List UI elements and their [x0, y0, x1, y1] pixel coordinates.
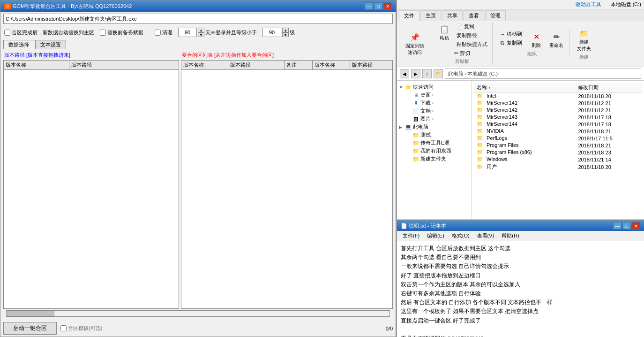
menu-file[interactable]: 文件(F): [399, 231, 423, 240]
horizontal-scrollbar[interactable]: [6, 310, 390, 317]
cut-button[interactable]: ✂ 剪切: [452, 49, 472, 57]
level-spin-down[interactable]: ▼: [282, 32, 289, 37]
pin-button[interactable]: 📌 固定到快速访问: [403, 31, 427, 57]
clean-label: 清理: [162, 29, 172, 36]
notepad-menu: 文件(F) 编辑(E) 格式(O) 查看(V) 帮助(H): [397, 231, 644, 241]
ribbon-toolbar: 📌 固定到快速访问 📋 粘贴 📄 复制: [397, 21, 644, 67]
menu-edit[interactable]: 编辑(E): [423, 231, 448, 240]
col-note: 备注: [285, 61, 313, 69]
merge-list-body[interactable]: [181, 70, 392, 307]
table-row[interactable]: 📁 Program Files (x86) 2018/11/18 23: [474, 149, 642, 156]
auto-replace-checkbox[interactable]: [4, 30, 10, 36]
notepad-close[interactable]: ✕: [632, 222, 640, 230]
clean-checkbox[interactable]: [155, 30, 161, 36]
close-button[interactable]: ✕: [383, 2, 392, 10]
tree-item-quick-access[interactable]: ▼ ⭐ 快速访问: [397, 83, 472, 91]
ribbon-tab-view[interactable]: 查看: [464, 10, 484, 21]
tree-item-downloads[interactable]: ⬇ 下载 »: [397, 99, 472, 107]
template-option[interactable]: 合区模板(可选): [60, 325, 102, 332]
ribbon-tab-share[interactable]: 共享: [442, 10, 463, 21]
table-row[interactable]: 📁 Intel 2018/11/18 20: [474, 92, 642, 100]
days-spinner-buttons: ▲ ▼: [198, 28, 204, 37]
tree-item-pictures[interactable]: 🖼 图片 »: [397, 115, 472, 123]
ribbon-tab-manage[interactable]: 管理: [485, 10, 506, 21]
notepad-maximize[interactable]: □: [622, 222, 631, 230]
forward-button[interactable]: ▶: [411, 69, 420, 78]
table-row[interactable]: 📁 用户 2018/11/18 20: [474, 163, 642, 171]
maximize-button[interactable]: □: [374, 2, 382, 10]
copy-path-button[interactable]: 复制路径: [455, 31, 489, 39]
table-row[interactable]: 📁 MirServer141 2018/11/12 21: [474, 100, 642, 107]
tree-item-my-stuff[interactable]: 📁 我的有用东西: [397, 147, 472, 155]
tree-item-this-pc[interactable]: ▶ 💻 此电脑: [397, 123, 472, 131]
notepad-content[interactable]: 首先打开工具 合区后放数据到主区 这个勾选其余两个勾选 看自己要不要用到一般来说…: [397, 241, 644, 337]
level-spin-up[interactable]: ▲: [282, 28, 289, 32]
pin-group: 📌 固定到快速访问: [400, 31, 430, 57]
col-name-header[interactable]: 名称 ↑: [474, 83, 575, 92]
folder-icon: 📁: [477, 128, 483, 134]
table-row[interactable]: 📁 Windows 2018/11/21 14: [474, 156, 642, 163]
table-row[interactable]: 📁 PerfLogs 2018/1/17 11:5: [474, 135, 642, 142]
clean-option[interactable]: 清理: [155, 29, 172, 36]
file-date-cell: 2018/11/18 21: [575, 128, 642, 135]
new-folder-button[interactable]: 📁 新建文件夹: [574, 27, 594, 53]
tree-pane[interactable]: ▼ ⭐ 快速访问 🖥 桌面 » ⬇ 下载 » 📄 文档 »: [397, 81, 472, 219]
folder-icon: 📁: [477, 149, 483, 155]
files-pane[interactable]: 名称 ↑ 修改日期 📁 Intel 2018/11/18 20 📁 MirSer…: [472, 81, 644, 219]
copy-button[interactable]: 📄 复制: [455, 23, 489, 31]
backup-option[interactable]: 替换前备份赋据: [100, 29, 143, 36]
version-list-body[interactable]: [4, 70, 179, 307]
table-row[interactable]: 📁 MirServer143 2018/11/17 18: [474, 114, 642, 121]
paste-shortcut-button[interactable]: 粘贴快捷方式: [455, 40, 489, 48]
paste-button[interactable]: 📋 粘贴: [435, 23, 454, 48]
tree-item-new-folder[interactable]: 📁 新建文件夹: [397, 155, 472, 163]
back-button[interactable]: ◀: [400, 69, 409, 78]
rename-button[interactable]: ✏ 重命名: [547, 30, 566, 50]
backup-checkbox[interactable]: [100, 30, 106, 36]
notepad-line: 工具由左晓域制作 QQ1276062642: [401, 334, 640, 337]
up-button[interactable]: ↑: [422, 69, 432, 78]
level-spinner[interactable]: [262, 28, 281, 37]
address-path-display[interactable]: 此电脑 › 本地磁盘 (C:): [445, 69, 641, 79]
table-row[interactable]: 📁 MirServer142 2018/11/12 21: [474, 107, 642, 114]
paste-shortcut-label: 粘贴快捷方式: [457, 41, 487, 48]
menu-format[interactable]: 格式(O): [448, 231, 473, 240]
notepad-minimize[interactable]: —: [613, 222, 622, 230]
col-date-header[interactable]: 修改日期: [575, 83, 642, 92]
delete-button[interactable]: ✕ 删除: [527, 30, 546, 50]
tab-data-select[interactable]: 数据选择: [3, 40, 34, 49]
menu-help[interactable]: 帮助(H): [498, 231, 523, 240]
move-to-button[interactable]: → 移动到: [497, 30, 524, 38]
table-row[interactable]: 📁 NVIDIA 2018/11/18 21: [474, 128, 642, 135]
tree-item-legend-tools[interactable]: 📁 传奇工具E源: [397, 139, 472, 147]
notepad-line: 这里有一个模板例子 如果不需要合区文本 把清空选择点: [401, 307, 640, 316]
copy-to-button[interactable]: ⧉ 复制到: [497, 39, 524, 47]
version-list-table[interactable]: 版本名称 版本路径: [3, 60, 179, 309]
files-table-body: 📁 Intel 2018/11/18 20 📁 MirServer141 201…: [474, 92, 642, 171]
folder-icon: 📁: [477, 93, 483, 99]
exe-path-input[interactable]: [3, 14, 393, 24]
address-bar: ◀ ▶ ↑ 📁 此电脑 › 本地磁盘 (C:): [397, 67, 644, 81]
minimize-button[interactable]: —: [365, 2, 373, 10]
tab-text-settings[interactable]: 文本设置: [35, 40, 66, 49]
table-row[interactable]: 📁 Program Files 2018/11/18 21: [474, 142, 642, 149]
menu-view[interactable]: 查看(V): [473, 231, 498, 240]
level-spinner-buttons: ▲ ▼: [282, 28, 289, 37]
scroll-thumb[interactable]: [7, 311, 54, 316]
days-spin-up[interactable]: ▲: [198, 28, 204, 32]
auto-replace-option[interactable]: 合区完成后，新数据自动替换到主区: [4, 29, 94, 36]
ribbon-tab-file[interactable]: 文件: [399, 10, 419, 21]
tree-item-documents[interactable]: 📄 文档 »: [397, 107, 472, 115]
file-name-cell: 📁 Program Files: [474, 142, 575, 149]
template-checkbox[interactable]: [60, 325, 67, 331]
col-version-path: 版本路径: [69, 61, 179, 69]
table-row[interactable]: 📁 MirServer144 2018/11/17 18: [474, 121, 642, 128]
copy-to-icon: ⧉: [499, 40, 506, 46]
days-spinner[interactable]: [178, 28, 197, 37]
start-merge-button[interactable]: 启动一键合区: [3, 322, 57, 335]
tree-item-desktop[interactable]: 🖥 桌面 »: [397, 91, 472, 99]
merge-list-table[interactable]: 版本名称 版本路径 备注 版本名称 版本路径: [181, 60, 393, 309]
tree-item-test[interactable]: 📁 测试: [397, 131, 472, 139]
ribbon-tab-home[interactable]: 主页: [420, 10, 441, 21]
days-spin-down[interactable]: ▼: [198, 32, 204, 37]
